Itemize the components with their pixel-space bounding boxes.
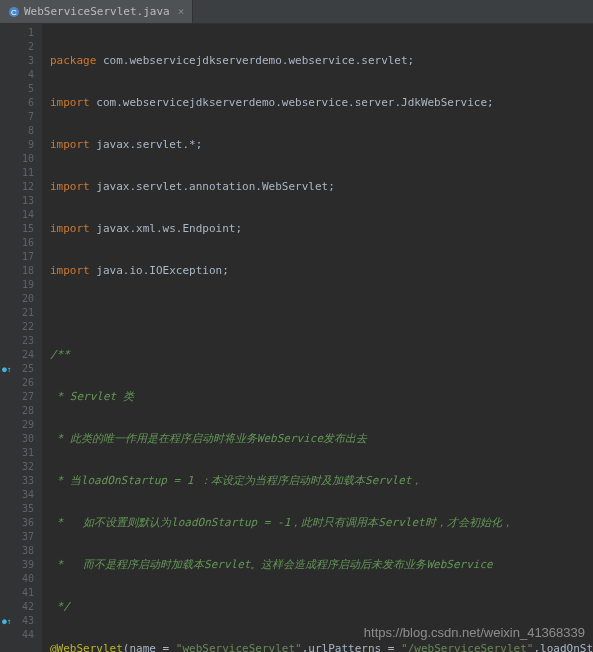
line-number: 5 xyxy=(0,82,34,96)
code-editor[interactable]: package com.webservicejdkserverdemo.webs… xyxy=(42,24,593,652)
line-number: ●↑43 xyxy=(0,614,34,628)
line-number: 24 xyxy=(0,348,34,362)
line-number: 4 xyxy=(0,68,34,82)
line-number: 27 xyxy=(0,390,34,404)
line-number: 29 xyxy=(0,418,34,432)
line-number: 15 xyxy=(0,222,34,236)
svg-text:C: C xyxy=(11,8,17,17)
override-marker-icon[interactable]: ●↑ xyxy=(2,615,12,629)
line-number: 17 xyxy=(0,250,34,264)
line-number: 18 xyxy=(0,264,34,278)
watermark: https://blog.csdn.net/weixin_41368339 xyxy=(364,625,585,640)
line-number: 14 xyxy=(0,208,34,222)
java-class-icon: C xyxy=(8,6,20,18)
line-number: 32 xyxy=(0,460,34,474)
line-number: 12 xyxy=(0,180,34,194)
line-number: 37 xyxy=(0,530,34,544)
line-number: 13 xyxy=(0,194,34,208)
tab-bar: C WebServiceServlet.java × xyxy=(0,0,593,24)
line-number: 21 xyxy=(0,306,34,320)
line-number: 11 xyxy=(0,166,34,180)
override-marker-icon[interactable]: ●↑ xyxy=(2,363,12,377)
line-number: 22 xyxy=(0,320,34,334)
editor-area: 1 2 3 4 5 6 7 8 9 10 11 12 13 14 15 16 1… xyxy=(0,24,593,652)
line-number: 3 xyxy=(0,54,34,68)
file-tab[interactable]: C WebServiceServlet.java × xyxy=(0,0,193,23)
line-number: 7 xyxy=(0,110,34,124)
line-number: 31 xyxy=(0,446,34,460)
line-number: 38 xyxy=(0,544,34,558)
line-number: 8 xyxy=(0,124,34,138)
line-number: 19 xyxy=(0,278,34,292)
line-number: 2 xyxy=(0,40,34,54)
line-number: 34 xyxy=(0,488,34,502)
line-number: 42 xyxy=(0,600,34,614)
gutter: 1 2 3 4 5 6 7 8 9 10 11 12 13 14 15 16 1… xyxy=(0,24,42,652)
line-number: 9 xyxy=(0,138,34,152)
tab-filename: WebServiceServlet.java xyxy=(24,5,170,18)
line-number: 1 xyxy=(0,26,34,40)
line-number: 26 xyxy=(0,376,34,390)
line-number: 16 xyxy=(0,236,34,250)
line-number: 35 xyxy=(0,502,34,516)
line-number: 20 xyxy=(0,292,34,306)
line-number: ●↑25 xyxy=(0,362,34,376)
line-number: 23 xyxy=(0,334,34,348)
line-number: 28 xyxy=(0,404,34,418)
line-number: 44 xyxy=(0,628,34,642)
line-number: 33 xyxy=(0,474,34,488)
line-number: 39 xyxy=(0,558,34,572)
close-icon[interactable]: × xyxy=(178,5,185,18)
line-number: 41 xyxy=(0,586,34,600)
line-number: 40 xyxy=(0,572,34,586)
line-number: 10 xyxy=(0,152,34,166)
line-number: 36 xyxy=(0,516,34,530)
line-number: 6 xyxy=(0,96,34,110)
line-number: 30 xyxy=(0,432,34,446)
